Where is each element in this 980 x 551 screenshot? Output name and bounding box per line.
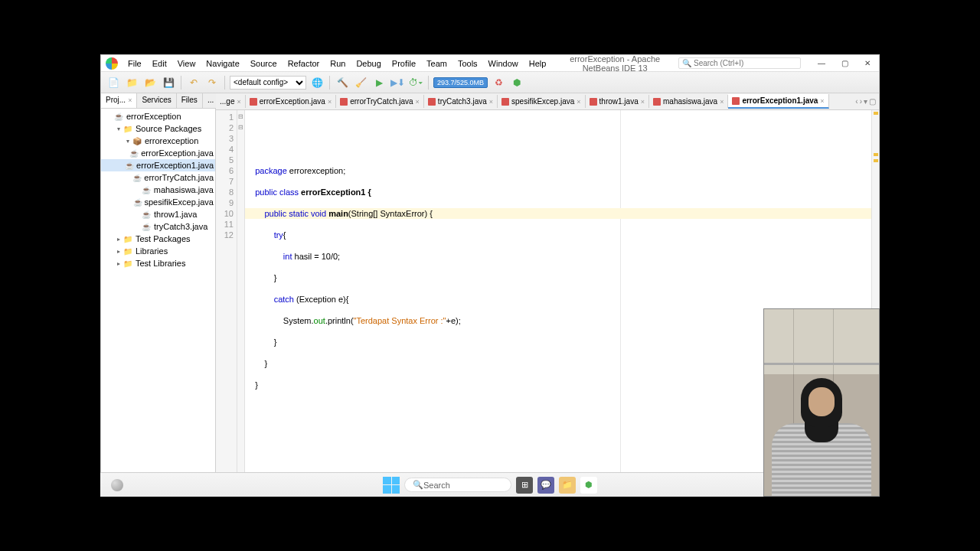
- tab-projects[interactable]: Proj...×: [101, 93, 137, 108]
- file-explorer-icon[interactable]: 📁: [559, 477, 576, 494]
- tab-list-icon[interactable]: ▾: [864, 97, 867, 106]
- menu-window[interactable]: Window: [483, 57, 524, 70]
- editor-tab[interactable]: mahasiswa.java×: [649, 95, 728, 108]
- tree-label: errorexception: [145, 136, 198, 145]
- tab-label: errorException.java: [260, 97, 325, 106]
- memory-indicator[interactable]: 293.7/525.0MB: [433, 77, 488, 88]
- minimize-button[interactable]: —: [810, 56, 833, 71]
- menu-help[interactable]: Help: [524, 57, 552, 70]
- profile-icon[interactable]: ⏱▾: [408, 75, 423, 90]
- chat-icon[interactable]: 💬: [537, 477, 554, 494]
- new-project-icon[interactable]: 📁: [124, 75, 139, 90]
- tree-label: errorTryCatch.java: [144, 173, 214, 182]
- clean-icon[interactable]: 🧹: [353, 75, 368, 90]
- java-icon: ☕: [125, 160, 134, 171]
- debug-icon[interactable]: ▶⬇: [390, 75, 405, 90]
- editor-tab[interactable]: errorException1.java×: [728, 94, 828, 109]
- tree-item[interactable]: ☕errorException1.java: [101, 159, 215, 171]
- close-icon[interactable]: ×: [820, 97, 824, 105]
- tree-item[interactable]: ▸📁Test Libraries: [101, 257, 215, 269]
- sidebar-tabs: Proj...× Services Files ...: [101, 93, 215, 109]
- menu-debug[interactable]: Debug: [351, 57, 386, 70]
- tree-item[interactable]: ☕tryCatch3.java: [101, 220, 215, 233]
- tab-label: ...ge: [220, 97, 234, 106]
- fold-gutter[interactable]: ⊟⊟: [237, 110, 245, 480]
- editor-tab[interactable]: spesifikExcep.java×: [498, 95, 586, 108]
- gc-icon[interactable]: ♻: [491, 75, 506, 90]
- close-icon[interactable]: ×: [328, 98, 332, 106]
- task-view-icon[interactable]: ⊞: [516, 477, 533, 494]
- global-search[interactable]: 🔍: [678, 57, 801, 69]
- editor-tab[interactable]: errorException.java×: [246, 95, 336, 108]
- editor-tab[interactable]: errorTryCatch.java×: [336, 95, 424, 108]
- editor-tab[interactable]: tryCatch3.java×: [424, 95, 498, 108]
- redo-icon[interactable]: ↷: [204, 75, 220, 90]
- tab-label: throw1.java: [599, 97, 639, 106]
- menu-view[interactable]: View: [172, 57, 201, 70]
- window-title: errorException - Apache NetBeans IDE 13: [551, 54, 678, 73]
- editor-tabs: ...ge×errorException.java×errorTryCatch.…: [216, 93, 879, 110]
- tree-item[interactable]: ☕throw1.java: [101, 208, 215, 220]
- menu-refactor[interactable]: Refactor: [283, 57, 325, 70]
- close-icon[interactable]: ×: [416, 98, 420, 106]
- next-tab-icon[interactable]: ›: [860, 97, 862, 106]
- build-icon[interactable]: 🌐: [309, 75, 325, 90]
- menu-file[interactable]: File: [122, 57, 147, 70]
- tree-item[interactable]: ▸📁Libraries: [101, 245, 215, 257]
- warning-mark-icon[interactable]: [874, 112, 878, 115]
- menu-profile[interactable]: Profile: [387, 57, 421, 70]
- editor-tab[interactable]: throw1.java×: [586, 95, 649, 108]
- new-file-icon[interactable]: 📄: [106, 75, 121, 90]
- taskbar-search[interactable]: 🔍 Search: [404, 478, 511, 492]
- tree-item[interactable]: ☕spesifikExcep.java: [101, 196, 215, 208]
- warning-mark-icon[interactable]: [874, 159, 878, 162]
- maximize-button[interactable]: ▢: [833, 56, 856, 71]
- menu-tools[interactable]: Tools: [452, 57, 483, 70]
- close-icon[interactable]: ×: [237, 98, 240, 106]
- save-all-icon[interactable]: 💾: [161, 75, 176, 90]
- tab-services[interactable]: Services: [137, 93, 176, 108]
- close-icon[interactable]: ×: [489, 98, 493, 106]
- editor-tab[interactable]: ...ge×: [216, 95, 246, 108]
- tree-item[interactable]: ☕errorTryCatch.java: [101, 171, 215, 184]
- undo-icon[interactable]: ↶: [186, 75, 201, 90]
- tree-item[interactable]: ▾📁Source Packages: [101, 122, 215, 135]
- tree-item[interactable]: ▸📁Test Packages: [101, 233, 215, 245]
- plugin-icon[interactable]: ⬢: [509, 75, 524, 90]
- warning-mark-icon[interactable]: [874, 153, 878, 156]
- main-area: Proj...× Services Files ... ☕errorExcept…: [101, 93, 879, 480]
- menu-navigate[interactable]: Navigate: [201, 57, 244, 70]
- menu-edit[interactable]: Edit: [147, 57, 172, 70]
- netbeans-taskbar-icon[interactable]: ⬢: [580, 477, 597, 494]
- close-icon[interactable]: ×: [577, 98, 580, 106]
- prev-tab-icon[interactable]: ‹: [855, 97, 858, 106]
- config-select[interactable]: <default config>: [230, 76, 306, 90]
- java-icon: ☕: [132, 172, 142, 183]
- maximize-editor-icon[interactable]: ▢: [869, 97, 876, 106]
- clean-build-icon[interactable]: 🔨: [335, 75, 350, 90]
- tree-item[interactable]: ☕mahasiswa.java: [101, 184, 215, 196]
- java-file-icon: [653, 98, 661, 106]
- tab-files[interactable]: Files: [177, 93, 203, 108]
- close-icon[interactable]: ×: [720, 98, 724, 106]
- close-button[interactable]: ✕: [856, 56, 879, 71]
- tree-label: errorException.java: [141, 148, 214, 158]
- weather-icon[interactable]: [111, 479, 123, 491]
- menu-team[interactable]: Team: [421, 57, 452, 70]
- search-input[interactable]: [694, 59, 793, 67]
- line-gutter: 123456789101112: [216, 110, 237, 480]
- menu-source[interactable]: Source: [245, 57, 283, 70]
- open-project-icon[interactable]: 📂: [142, 75, 158, 90]
- close-icon[interactable]: ×: [128, 96, 132, 104]
- close-icon[interactable]: ×: [641, 98, 645, 106]
- tree-item[interactable]: ▾📦errorexception: [101, 135, 215, 147]
- tree-item[interactable]: ☕errorException.java: [101, 147, 215, 159]
- code-editor[interactable]: 123456789101112 ⊟⊟ package errorexceptio…: [216, 110, 879, 480]
- run-icon[interactable]: ▶: [371, 75, 387, 90]
- menu-run[interactable]: Run: [325, 57, 351, 70]
- code-content[interactable]: package errorexception; public class err…: [245, 110, 871, 480]
- project-tree[interactable]: ☕errorException▾📁Source Packages▾📦errore…: [101, 109, 215, 480]
- tree-item[interactable]: ☕errorException: [101, 110, 215, 122]
- tree-label: errorException: [126, 112, 181, 121]
- start-button[interactable]: [383, 477, 400, 494]
